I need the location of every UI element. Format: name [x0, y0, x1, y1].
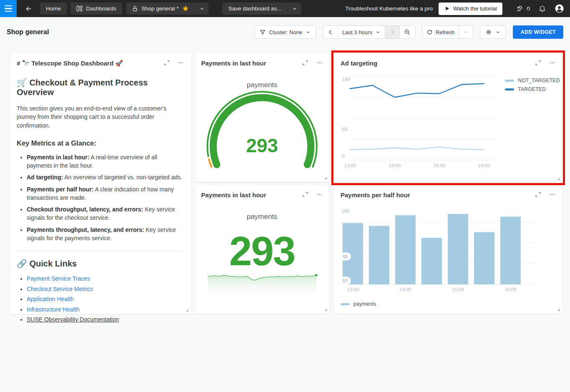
- dashboard-page: Home Dashboards Shop general * Save dash…: [0, 0, 570, 392]
- current-dashboard-group: Shop general *: [126, 3, 209, 15]
- nav-dashboards-label: Dashboards: [86, 5, 116, 12]
- notifications-button[interactable]: [538, 5, 546, 13]
- expand-widget-icon[interactable]: [164, 60, 170, 66]
- back-button[interactable]: [20, 0, 37, 17]
- chevron-right-icon: [389, 29, 395, 35]
- bullet-text: An overview of targeted vs. non-targeted…: [63, 174, 182, 181]
- nav-home-label: Home: [46, 5, 61, 12]
- gauge-chart: [194, 53, 330, 182]
- promo-text: Troubleshoot Kubernetes like a pro: [345, 5, 433, 12]
- widget-menu-icon[interactable]: [177, 60, 184, 66]
- dashboard-toolbar: Shop general Cluster: None Last 3 hours: [0, 17, 570, 47]
- svg-text:13:00: 13:00: [344, 163, 356, 168]
- link-checkout-service-metrics[interactable]: Checkout Service Metrics: [27, 286, 93, 292]
- resize-handle[interactable]: [556, 176, 560, 181]
- resize-handle[interactable]: [323, 176, 328, 180]
- svg-text:0: 0: [342, 153, 345, 158]
- list-item: Payments in last hour: A real-time overv…: [27, 153, 183, 170]
- bullet-term: Ad targeting:: [27, 174, 63, 181]
- markdown-widget: # 🔭 Telescope Shop Dashboard 🚀 🛒 Checkou…: [10, 53, 191, 314]
- list-item: Infrastructure Health: [27, 306, 183, 313]
- unlock-icon: [132, 5, 138, 12]
- refresh-icon: [426, 29, 433, 35]
- top-navigation-bar: Home Dashboards Shop general * Save dash…: [0, 0, 570, 17]
- refresh-button[interactable]: Refresh: [422, 26, 459, 38]
- svg-text:14:00: 14:00: [389, 163, 401, 168]
- line-chart-legend: NOT_TARGETED TARGETED: [505, 78, 560, 92]
- resize-handle[interactable]: [556, 307, 560, 312]
- payments-gauge-widget: Payments in last hour payments 293: [194, 53, 330, 182]
- chevron-left-icon: [328, 29, 333, 35]
- legend-swatch: [505, 80, 514, 82]
- svg-text:14:00: 14:00: [399, 287, 411, 292]
- resize-handle[interactable]: [185, 308, 189, 312]
- chevron-down-icon: [292, 6, 298, 12]
- chevron-down-icon: [375, 30, 381, 35]
- bullet-term: Payments per half hour:: [27, 186, 93, 193]
- gear-icon: [485, 29, 492, 35]
- favorite-star-icon[interactable]: [182, 5, 189, 12]
- gauge-value: 293: [194, 134, 330, 157]
- time-forward-button[interactable]: [385, 26, 400, 38]
- widget-menu-icon[interactable]: [549, 60, 556, 66]
- link-suse-observability-docs[interactable]: SUSE Observability Documentation: [27, 316, 119, 323]
- svg-text:16:00: 16:00: [478, 163, 490, 168]
- time-back-button[interactable]: [323, 26, 338, 38]
- dashboard-switcher-chevron[interactable]: [195, 3, 209, 15]
- time-range-dropdown[interactable]: Last 3 hours: [338, 26, 385, 38]
- back-arrow-icon: [24, 5, 33, 13]
- legend-label: payments: [353, 301, 376, 307]
- resize-handle[interactable]: [323, 307, 328, 312]
- bullet-term: Checkout throughput, latency, and errors…: [27, 206, 143, 213]
- refresh-options-chevron[interactable]: [459, 26, 473, 38]
- pinned-items-button[interactable]: 0: [516, 5, 530, 13]
- dashboards-grid-icon: [76, 5, 83, 12]
- dashboard-settings-button[interactable]: [480, 25, 506, 39]
- zoom-out-icon: [404, 29, 411, 35]
- legend-item-payments[interactable]: payments: [340, 301, 376, 307]
- zoom-out-time-button[interactable]: [400, 26, 415, 38]
- svg-text:57: 57: [343, 278, 348, 283]
- chevron-down-icon: [495, 30, 501, 35]
- list-item: Payments per half hour: A clear indicati…: [27, 185, 183, 202]
- link-application-health[interactable]: Application Health: [27, 296, 74, 302]
- expand-widget-icon[interactable]: [535, 60, 541, 66]
- ad-targeting-line-chart[interactable]: 18465013:0014:0015:0016:00: [334, 53, 501, 174]
- legend-swatch: [340, 303, 350, 305]
- refresh-label: Refresh: [436, 29, 455, 35]
- nav-home-button[interactable]: Home: [40, 3, 67, 15]
- nav-dashboards-button[interactable]: Dashboards: [71, 3, 122, 15]
- payments-number-widget: Payments in last hour payments 293: [194, 185, 330, 314]
- bell-icon: [538, 5, 546, 13]
- filter-funnel-icon: [260, 29, 266, 35]
- list-item: SUSE Observability Documentation: [27, 316, 183, 323]
- ad-targeting-widget: Ad targeting 18465013:0014:0015:0016:00 …: [334, 53, 562, 183]
- list-item: Checkout Service Metrics: [27, 286, 183, 292]
- bullet-term: Payments throughput, latency, and errors…: [27, 226, 144, 233]
- svg-text:92: 92: [343, 254, 348, 259]
- svg-text:15:00: 15:00: [434, 163, 446, 168]
- payments-per-half-hour-widget: Payments per half hour 156925713:0014:00…: [334, 185, 562, 314]
- current-dashboard-button[interactable]: Shop general *: [126, 3, 195, 15]
- link-infrastructure-health[interactable]: Infrastructure Health: [27, 306, 80, 313]
- legend-item-not-targeted[interactable]: NOT_TARGETED: [505, 78, 560, 83]
- legend-swatch: [505, 88, 514, 90]
- user-avatar[interactable]: [555, 4, 564, 13]
- save-options-chevron[interactable]: [288, 3, 301, 15]
- quick-links-heading: 🔗 Quick Links: [17, 259, 183, 269]
- chevron-down-icon: [463, 30, 469, 35]
- legend-item-targeted[interactable]: TARGETED: [505, 86, 560, 92]
- intro-paragraph: This section gives you an end-to-end vie…: [17, 104, 183, 130]
- svg-text:15:00: 15:00: [452, 287, 464, 292]
- watch-tutorial-button[interactable]: Watch the tutorial: [439, 3, 503, 15]
- cluster-filter-button[interactable]: Cluster: None: [254, 25, 316, 39]
- save-dashboard-as-button[interactable]: Save dashboard as...: [222, 3, 288, 15]
- list-item: Payments throughput, latency, and errors…: [27, 226, 183, 242]
- link-payment-service-traces[interactable]: Payment Service Traces: [27, 275, 90, 282]
- add-widget-button[interactable]: ADD WIDGET: [513, 25, 563, 39]
- main-menu-button[interactable]: [0, 0, 17, 17]
- payments-bar-chart[interactable]: 156925713:0014:0015:0016:00: [334, 185, 562, 298]
- page-title: Shop general: [7, 28, 49, 36]
- time-range-label: Last 3 hours: [342, 29, 372, 35]
- payments-sparkline: [194, 185, 330, 314]
